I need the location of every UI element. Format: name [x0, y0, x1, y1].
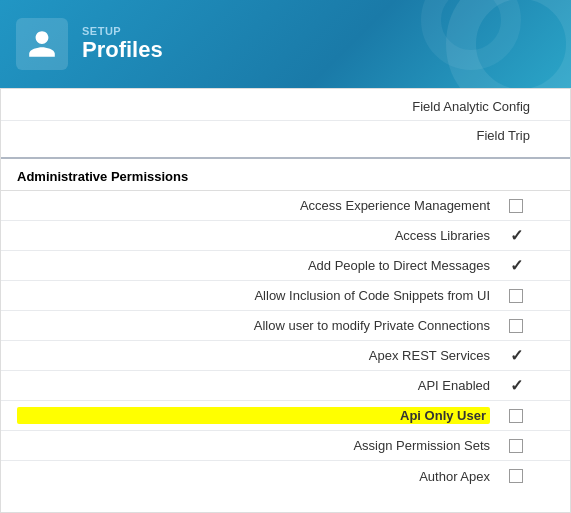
setup-label: SETUP	[82, 25, 163, 37]
permissions-list: Access Experience ManagementAccess Libra…	[1, 191, 570, 491]
field-analytic-label: Field Analytic Config	[412, 99, 530, 114]
table-row: Access Experience Management	[1, 191, 570, 221]
checkbox-empty-icon[interactable]	[509, 409, 523, 423]
checkmark-icon: ✓	[510, 256, 523, 275]
field-analytic-row: Field Analytic Config	[1, 93, 570, 121]
permission-label: Add People to Direct Messages	[17, 258, 490, 273]
table-row: Add People to Direct Messages✓	[1, 251, 570, 281]
permission-control[interactable]	[502, 469, 530, 483]
table-row: Apex REST Services✓	[1, 341, 570, 371]
permission-control[interactable]	[502, 199, 530, 213]
permission-control[interactable]	[502, 439, 530, 453]
checkbox-empty-icon[interactable]	[509, 439, 523, 453]
table-row: Access Libraries✓	[1, 221, 570, 251]
permission-label: Access Experience Management	[17, 198, 490, 213]
checkmark-icon: ✓	[510, 346, 523, 365]
checkbox-empty-icon[interactable]	[509, 199, 523, 213]
field-trip-row: Field Trip	[1, 121, 570, 149]
permission-label: Api Only User	[17, 407, 490, 424]
checkbox-empty-icon[interactable]	[509, 319, 523, 333]
permission-control[interactable]	[502, 409, 530, 423]
page-header: SETUP Profiles	[0, 0, 571, 88]
checkbox-empty-icon[interactable]	[509, 289, 523, 303]
admin-permissions-header: Administrative Permissions	[1, 159, 570, 191]
permission-label: Access Libraries	[17, 228, 490, 243]
permission-label: Allow user to modify Private Connections	[17, 318, 490, 333]
checkbox-empty-icon[interactable]	[509, 469, 523, 483]
permission-control[interactable]	[502, 319, 530, 333]
main-content: Field Analytic Config Field Trip Adminis…	[0, 88, 571, 513]
permission-control[interactable]: ✓	[502, 346, 530, 365]
permission-label: Author Apex	[17, 469, 490, 484]
person-icon	[26, 28, 58, 60]
checkmark-icon: ✓	[510, 376, 523, 395]
permission-control[interactable]: ✓	[502, 256, 530, 275]
permission-label: API Enabled	[17, 378, 490, 393]
header-text-block: SETUP Profiles	[82, 25, 163, 63]
permission-control[interactable]: ✓	[502, 376, 530, 395]
table-row: Allow user to modify Private Connections	[1, 311, 570, 341]
table-row: API Enabled✓	[1, 371, 570, 401]
checkmark-icon: ✓	[510, 226, 523, 245]
permission-control[interactable]: ✓	[502, 226, 530, 245]
table-row: Allow Inclusion of Code Snippets from UI	[1, 281, 570, 311]
avatar	[16, 18, 68, 70]
permission-label: Allow Inclusion of Code Snippets from UI	[17, 288, 490, 303]
permission-label: Apex REST Services	[17, 348, 490, 363]
permission-label: Assign Permission Sets	[17, 438, 490, 453]
table-row: Author Apex	[1, 461, 570, 491]
page-title: Profiles	[82, 37, 163, 63]
table-row: Api Only User	[1, 401, 570, 431]
field-trip-label: Field Trip	[477, 128, 530, 143]
table-row: Assign Permission Sets	[1, 431, 570, 461]
top-rows-section: Field Analytic Config Field Trip	[1, 89, 570, 159]
permission-control[interactable]	[502, 289, 530, 303]
